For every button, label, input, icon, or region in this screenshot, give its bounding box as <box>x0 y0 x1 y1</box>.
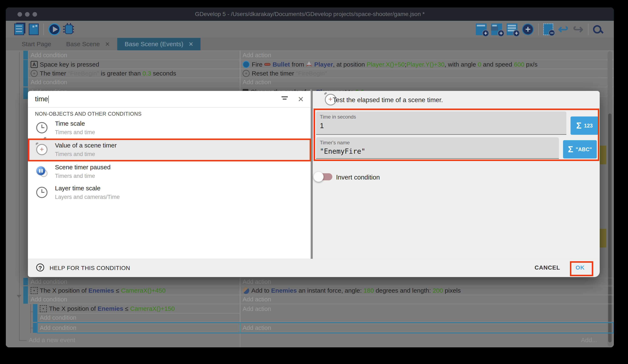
timer-name-field[interactable]: Timer's name "EnemyFire" <box>316 137 559 159</box>
invert-condition-label: Invert condition <box>336 174 380 181</box>
add-action-cell[interactable]: Add action <box>240 78 614 87</box>
list-item-subtitle: Timers and time <box>55 129 95 136</box>
position-icon <box>31 287 38 294</box>
field-value[interactable]: 1 <box>320 121 324 130</box>
text-segment: , at position <box>333 61 367 68</box>
add-subevent-icon[interactable]: + <box>491 23 502 35</box>
add-condition-cell[interactable]: Add condition <box>28 78 240 87</box>
ok-button[interactable]: OK <box>575 264 585 271</box>
close-tab-icon[interactable]: × <box>189 40 193 49</box>
add-condition-cell[interactable]: Add condition <box>28 278 240 285</box>
tab-start-page[interactable]: Start Page <box>14 38 59 50</box>
list-item-value-of-scene-timer[interactable]: Value of a scene timer Timers and time <box>28 138 310 161</box>
field-label: Timer's name <box>320 140 350 146</box>
condition-row[interactable]: The X position of Enemies ≤ CameraX()+45… <box>28 286 240 295</box>
toolbar-separator <box>43 23 44 35</box>
add-action-cell[interactable]: Add action <box>240 304 614 322</box>
condition-row-sub[interactable]: The X position of Enemies ≤ CameraX()+15… <box>37 304 240 313</box>
redo-icon[interactable]: ↪ <box>573 23 583 35</box>
text-segment: 180 <box>364 287 374 294</box>
add-action-cell[interactable]: Add action <box>240 51 614 60</box>
text-segment: Fire <box>252 61 264 68</box>
condition-dialog: time × NON-OBJECTS AND OTHER CONDITIONS … <box>28 91 600 277</box>
close-icon[interactable]: × <box>298 93 304 105</box>
close-tab-icon[interactable]: × <box>105 40 110 49</box>
tab-base-scene-events[interactable]: Base Scene (Events) × <box>117 38 201 50</box>
timer-paused-icon <box>36 166 48 177</box>
window-title: GDevelop 5 - /Users/dkarakay/Documents/G… <box>6 7 614 21</box>
list-item-layer-time-scale[interactable]: Layer time scale Layers and cameras/Time <box>28 182 310 203</box>
action-row[interactable]: Add to Enemies an instant force, angle: … <box>240 286 614 295</box>
list-item-subtitle: Timers and time <box>55 173 111 179</box>
event-bar-sub <box>33 304 37 322</box>
sigma-icon: Σ <box>568 144 573 154</box>
action-row[interactable]: Reset the timer "FireBegin" <box>240 69 614 78</box>
text-segment: ≤ <box>114 287 121 294</box>
list-item-scene-timer-paused[interactable]: Scene timer paused Timers and time <box>28 161 310 182</box>
toolbar-separator <box>538 23 539 35</box>
text-segment: seconds <box>151 70 176 77</box>
hand-icon <box>242 287 249 294</box>
position-icon <box>40 305 47 312</box>
titlebar: GDevelop 5 - /Users/dkarakay/Documents/G… <box>6 7 614 21</box>
expression-builder-number-button[interactable]: Σ 123 <box>570 117 598 135</box>
add-condition-cell[interactable]: Add condition <box>28 295 240 304</box>
play-icon[interactable] <box>48 23 60 35</box>
comment-event-block <box>600 146 606 164</box>
field-label: Time in seconds <box>320 114 356 120</box>
add-circle-icon[interactable]: + <box>522 23 534 35</box>
filter-icon[interactable] <box>282 96 288 103</box>
list-item-time-scale[interactable]: Time scale Timers and time <box>28 118 310 138</box>
scene-editor-icon[interactable] <box>29 23 39 35</box>
add-comment-icon[interactable]: + <box>507 23 517 35</box>
help-button[interactable]: HELP FOR THIS CONDITION <box>50 265 130 271</box>
text-segment: Reset the timer <box>252 70 296 77</box>
add-new-event-button[interactable]: Add a new event <box>29 337 75 344</box>
sigma-icon: Σ <box>576 121 582 131</box>
tab-base-scene[interactable]: Base Scene × <box>59 38 117 50</box>
add-action-cell[interactable]: Add action <box>240 278 614 285</box>
cancel-button[interactable]: CANCEL <box>535 264 560 271</box>
text-segment: Player <box>314 61 333 68</box>
text-segment: and speed <box>481 61 514 68</box>
text-segment: The timer <box>40 70 68 77</box>
text-segment: Player.Y()+30 <box>406 61 445 68</box>
expression-builder-string-button[interactable]: Σ "ABC" <box>563 140 597 159</box>
add-action-cell-selected[interactable]: Add action <box>240 323 614 333</box>
text-segment: The X position of <box>49 305 97 312</box>
text-segment: 0 <box>478 61 481 68</box>
condition-list-panel: time × NON-OBJECTS AND OTHER CONDITIONS … <box>28 91 311 259</box>
text-segment: , with angle <box>444 61 478 68</box>
text-segment: Enemies <box>271 287 297 294</box>
add-condition-cell[interactable]: Add condition <box>28 51 240 60</box>
text-segment: Add to <box>251 287 271 294</box>
condition-row[interactable]: Space key is pressed <box>28 60 240 69</box>
add-condition-cell[interactable]: Add condition <box>37 313 240 322</box>
alarm-clock-icon <box>36 144 48 155</box>
text-segment: Player.X()+50 <box>367 61 405 68</box>
text-segment: is greater than <box>99 70 143 77</box>
add-more-button[interactable]: Add... <box>581 337 597 344</box>
search-icon[interactable] <box>593 25 601 34</box>
text-segment: from <box>290 61 306 68</box>
tree-guide <box>30 311 33 312</box>
add-condition-cell-selected[interactable]: Add condition <box>37 323 240 333</box>
undo-icon[interactable]: ↩ <box>558 23 568 35</box>
tab-label: Base Scene <box>66 41 100 48</box>
debug-icon[interactable] <box>65 25 73 34</box>
text-segment: 200 <box>433 287 443 294</box>
add-action-cell[interactable]: Add action <box>240 295 614 304</box>
invert-condition-toggle-thumb[interactable] <box>314 172 323 182</box>
project-manager-icon[interactable] <box>14 23 24 35</box>
search-input[interactable]: time <box>35 95 49 103</box>
help-icon[interactable]: ? <box>36 263 44 271</box>
list-item-title: Scene timer paused <box>55 164 111 171</box>
condition-row[interactable]: The timer "FireBegin" is greater than 0.… <box>28 69 240 78</box>
time-in-seconds-field[interactable]: Time in seconds 1 <box>316 112 566 135</box>
event-bar <box>23 87 28 99</box>
add-event-icon[interactable]: + <box>476 23 487 35</box>
expand-triangle-icon[interactable] <box>17 295 21 298</box>
action-row[interactable]: Fire Bullet from Player, at position Pla… <box>240 60 614 69</box>
delete-event-icon[interactable]: – <box>543 23 553 35</box>
field-value[interactable]: "EnemyFire" <box>320 147 365 155</box>
